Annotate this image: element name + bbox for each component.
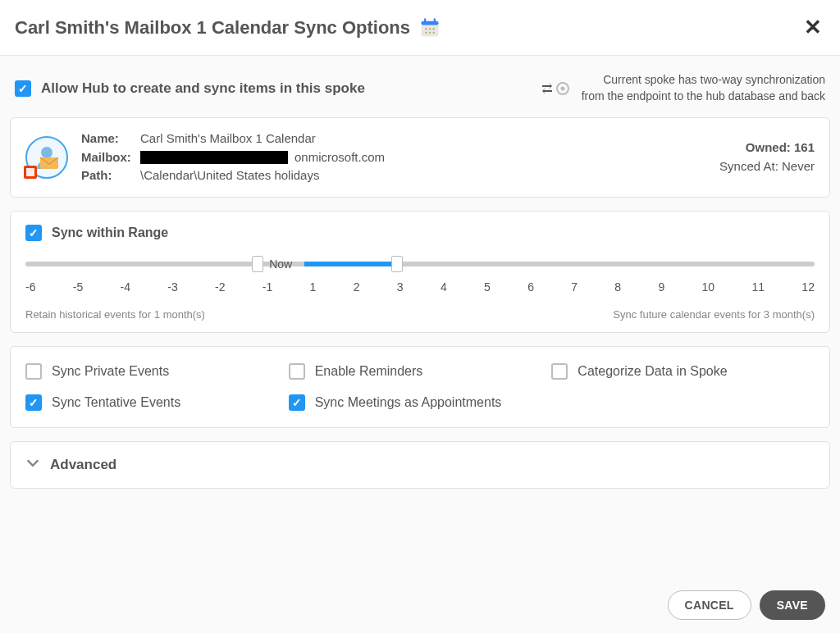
sync-range-card: Sync within Range Now -6-5-4-3-2-1123456…	[10, 211, 830, 333]
dialog-footer: CANCEL SAVE	[0, 577, 840, 633]
sync-private-label: Sync Private Events	[52, 364, 169, 379]
advanced-label: Advanced	[50, 457, 116, 473]
categorize-checkbox[interactable]	[551, 363, 568, 380]
allow-hub-row: Allow Hub to create and sync items in th…	[10, 69, 830, 117]
svg-rect-15	[26, 168, 34, 176]
svg-rect-1	[422, 20, 439, 25]
svg-rect-3	[434, 18, 436, 23]
svg-point-6	[433, 28, 435, 30]
cancel-button[interactable]: CANCEL	[668, 590, 751, 620]
mailbox-suffix: onmicrosoft.com	[294, 148, 385, 167]
mailbox-redacted	[140, 151, 288, 164]
allow-hub-label: Allow Hub to create and sync items in th…	[41, 80, 365, 97]
svg-point-7	[425, 31, 427, 33]
range-handle-left[interactable]	[252, 256, 263, 272]
dialog-title: Carl Smith's Mailbox 1 Calendar Sync Opt…	[15, 17, 410, 39]
sync-options-card: Sync Private Events Enable Reminders Cat…	[10, 346, 830, 428]
close-button[interactable]: ✕	[801, 11, 825, 43]
enable-reminders-label: Enable Reminders	[315, 364, 423, 379]
future-caption: Sync future calendar events for 3 month(…	[613, 308, 815, 321]
sync-tentative-label: Sync Tentative Events	[52, 395, 180, 410]
sync-meetings-checkbox[interactable]	[289, 394, 305, 411]
name-label: Name:	[81, 130, 134, 148]
svg-rect-2	[424, 18, 426, 23]
svg-point-8	[429, 31, 431, 33]
range-handle-right[interactable]	[391, 256, 403, 272]
svg-point-5	[429, 28, 431, 30]
sync-mode-description: Current spoke has two-way synchronizatio…	[582, 72, 825, 104]
sync-private-checkbox[interactable]	[25, 363, 42, 380]
categorize-label: Categorize Data in Spoke	[578, 364, 727, 379]
mailbox-label: Mailbox:	[81, 148, 134, 167]
name-value: Carl Smith's Mailbox 1 Calendar	[140, 130, 316, 148]
dialog-header: Carl Smith's Mailbox 1 Calendar Sync Opt…	[0, 0, 840, 56]
advanced-toggle[interactable]: Advanced	[10, 441, 830, 489]
svg-point-12	[41, 147, 52, 158]
calendar-icon	[418, 16, 441, 39]
sync-tentative-checkbox[interactable]	[25, 394, 42, 411]
owned-value: 161	[794, 140, 815, 154]
path-value: \Calendar\United States holidays	[140, 166, 319, 185]
sync-meetings-label: Sync Meetings as Appointments	[315, 395, 502, 410]
sync-range-checkbox[interactable]	[25, 225, 42, 241]
allow-hub-checkbox[interactable]	[15, 80, 31, 97]
sync-range-label: Sync within Range	[52, 225, 168, 240]
svg-point-9	[433, 31, 435, 33]
mailbox-avatar-icon	[25, 136, 68, 179]
path-label: Path:	[81, 166, 134, 185]
synced-at-label: Synced At:	[719, 159, 778, 173]
svg-point-4	[425, 28, 427, 30]
chevron-down-icon	[27, 458, 39, 472]
now-marker: Now	[269, 257, 292, 271]
enable-reminders-checkbox[interactable]	[289, 363, 305, 380]
save-button[interactable]: SAVE	[760, 590, 825, 620]
range-slider[interactable]: Now	[25, 256, 815, 272]
svg-point-11	[560, 86, 564, 90]
retain-caption: Retain historical events for 1 month(s)	[25, 308, 205, 321]
owned-label: Owned:	[746, 140, 791, 154]
two-way-sync-icon	[541, 80, 570, 97]
range-ticks: -6-5-4-3-2-1123456789101112	[25, 280, 815, 294]
spoke-info-card: Name: Carl Smith's Mailbox 1 Calendar Ma…	[10, 117, 830, 198]
synced-at-value: Never	[782, 159, 815, 173]
